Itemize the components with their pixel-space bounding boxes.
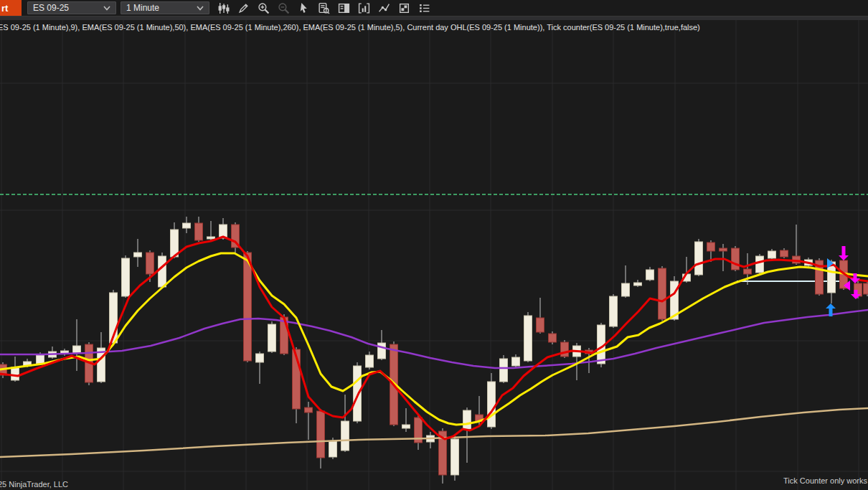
data-box-icon[interactable] [316, 1, 331, 15]
draw-icon[interactable] [236, 1, 250, 15]
toolbar-icons [216, 0, 431, 16]
panel-icon[interactable] [336, 1, 351, 15]
chevron-down-icon [103, 3, 110, 13]
chevron-down-icon [197, 3, 204, 13]
cursor-icon[interactable] [296, 1, 311, 15]
ema-50-yellow [0, 253, 868, 425]
indicator-label: ES 09-25 (1 Minute),9), EMA(ES 09-25 (1 … [0, 23, 700, 32]
strategy-icon[interactable] [397, 1, 411, 15]
line-tool-icon[interactable] [377, 1, 391, 15]
candlestick-chart[interactable] [0, 20, 868, 490]
instrument-dropdown-value: ES 09-25 [33, 3, 69, 13]
indicator-panel-icon[interactable] [357, 1, 371, 15]
chart-area[interactable]: ES 09-25 (1 Minute),9), EMA(ES 09-25 (1 … [0, 20, 868, 490]
status-note: Tick Counter only works [783, 476, 867, 485]
chart-style-icon[interactable] [216, 1, 230, 15]
chart-toolbar: rt ES 09-25 1 Minute [0, 0, 868, 16]
copyright-label: 25 NinjaTrader, LLC [0, 480, 68, 489]
zoom-out-icon[interactable] [276, 1, 291, 15]
interval-dropdown-value: 1 Minute [126, 3, 159, 13]
app-icon[interactable]: rt [0, 0, 22, 16]
instrument-dropdown[interactable]: ES 09-25 [27, 1, 116, 14]
tick-counter-sell-arrow [839, 246, 849, 260]
zoom-in-icon[interactable] [256, 1, 270, 15]
app-icon-label: rt [1, 3, 8, 14]
list-icon[interactable] [417, 1, 431, 15]
interval-dropdown[interactable]: 1 Minute [121, 1, 209, 14]
